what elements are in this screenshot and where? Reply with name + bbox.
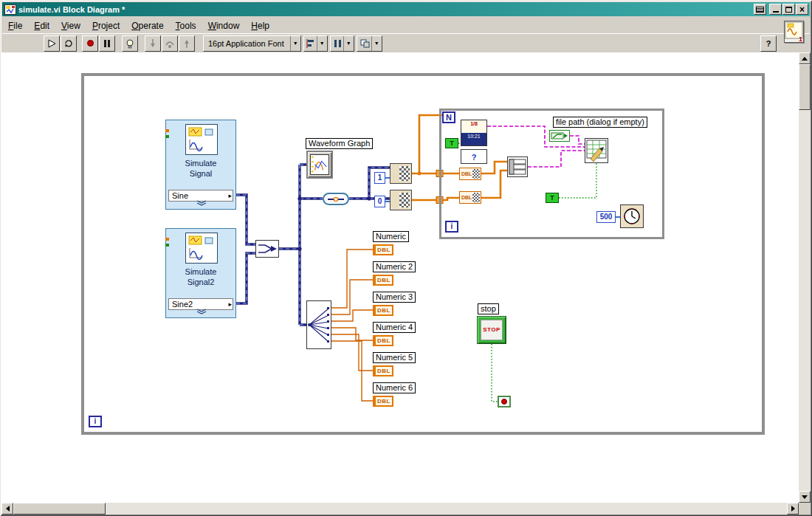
pause-icon <box>104 40 110 47</box>
font-selector[interactable]: 16pt Application Font ▼ <box>203 35 301 52</box>
time-text: 10:21 <box>461 133 486 145</box>
boolean-true-constant-2[interactable]: T <box>546 193 559 203</box>
convert-from-dynamic-node-2[interactable]: DBL <box>459 191 481 204</box>
chevron-down-icon[interactable]: ▼ <box>343 36 354 51</box>
menu-operate[interactable]: Operate <box>125 19 169 32</box>
while-loop-iteration-terminal[interactable]: i <box>89 416 102 427</box>
wait-ms-constant[interactable]: 500 <box>596 211 616 223</box>
numeric-terminal[interactable]: DBL <box>373 335 393 346</box>
merge-signals-icon <box>256 241 278 257</box>
step-out-button[interactable] <box>179 35 195 52</box>
numeric-terminal[interactable]: DBL <box>373 275 393 286</box>
numeric-terminal[interactable]: DBL <box>373 365 393 376</box>
numeric-label[interactable]: Numeric 4 <box>373 322 416 333</box>
arrow-right-icon <box>791 506 795 512</box>
close-button[interactable]: × <box>796 4 808 15</box>
horizontal-scrollbar[interactable] <box>1 503 799 515</box>
numeric-constant-1[interactable]: 1 <box>374 172 385 184</box>
menu-project[interactable]: Project <box>86 19 125 32</box>
scroll-down-button[interactable] <box>799 491 811 503</box>
numeric-label[interactable]: Numeric <box>373 231 409 242</box>
waveform-graph-terminal[interactable] <box>306 151 333 179</box>
extract-signal-node-1[interactable] <box>390 163 412 184</box>
minimize-button[interactable] <box>769 4 782 15</box>
abort-button[interactable] <box>82 35 98 52</box>
menu-edit[interactable]: Edit <box>28 19 55 32</box>
distribute-objects-dropdown[interactable]: ▼ <box>330 35 354 52</box>
numeric-label[interactable]: Numeric 2 <box>373 261 416 272</box>
align-objects-icon <box>306 38 317 49</box>
maximize-button[interactable] <box>782 4 795 15</box>
loop-condition-terminal[interactable] <box>498 396 511 407</box>
menu-tools[interactable]: Tools <box>170 19 202 32</box>
expand-chevron-icon[interactable] <box>196 304 207 317</box>
chevron-down-icon[interactable]: ▼ <box>371 36 382 51</box>
vertical-scroll-thumb[interactable] <box>799 64 811 110</box>
menu-file[interactable]: File <box>2 19 28 32</box>
file-path-constant[interactable] <box>549 130 570 142</box>
simulate-signal-2-node[interactable]: Simulate Signal2 Sine2 ▸ <box>165 228 236 318</box>
input-stub-icon <box>165 244 169 247</box>
path-icon <box>550 131 569 141</box>
boolean-true-constant-1[interactable]: T <box>445 138 458 148</box>
scroll-right-button[interactable] <box>787 503 799 515</box>
scroll-left-button[interactable] <box>1 503 13 515</box>
convert-dynamic-data-node[interactable] <box>323 193 349 205</box>
run-continuous-icon <box>63 38 74 49</box>
help-button[interactable]: ? <box>760 35 777 52</box>
app-icon[interactable] <box>4 4 16 15</box>
highlight-execution-button[interactable] <box>122 35 138 52</box>
pause-button[interactable] <box>99 35 115 52</box>
split-signals-node[interactable] <box>306 300 331 349</box>
print-window-button[interactable] <box>754 4 766 15</box>
for-loop-count-terminal[interactable]: N <box>442 111 455 123</box>
reorder-dropdown[interactable]: ▼ <box>357 35 382 52</box>
wait-until-next-ms-node[interactable] <box>620 204 644 228</box>
merge-signals-node[interactable] <box>255 240 279 258</box>
stop-button-terminal[interactable]: STOP <box>477 316 506 344</box>
numeric-terminal[interactable]: DBL <box>373 244 393 255</box>
menu-view[interactable]: View <box>55 19 86 32</box>
file-dialog-node[interactable]: ? <box>461 149 487 164</box>
question-mark-icon: ? <box>472 153 477 162</box>
numeric-label[interactable]: Numeric 3 <box>373 292 416 303</box>
vertical-scrollbar[interactable] <box>799 52 811 503</box>
graph-icon <box>310 154 329 175</box>
chevron-down-icon[interactable]: ▼ <box>290 36 300 51</box>
convert-from-dynamic-node-1[interactable]: DBL <box>459 168 481 180</box>
stop-button-face: STOP <box>481 320 503 340</box>
datetime-node[interactable]: 1/8 10:21 <box>461 120 487 146</box>
diagram-canvas[interactable]: i Simulate Signal Sine ▸ <box>1 52 799 503</box>
align-objects-dropdown[interactable]: ▼ <box>303 35 328 52</box>
signal-grid-icon <box>399 166 410 181</box>
build-array-node[interactable] <box>507 156 528 177</box>
menu-window[interactable]: Window <box>202 19 246 32</box>
output-arrow-icon: ▸ <box>228 191 232 200</box>
express-vi-title: Simulate Signal <box>173 158 228 179</box>
scroll-up-button[interactable] <box>799 52 811 64</box>
dbl-text: DBL <box>461 171 472 176</box>
numeric-terminal[interactable]: DBL <box>373 305 393 316</box>
numeric-label[interactable]: Numeric 5 <box>373 352 416 363</box>
run-button[interactable] <box>44 35 60 52</box>
titlebar[interactable]: simulate.vi Block Diagram * × <box>2 2 810 16</box>
menu-help[interactable]: Help <box>245 19 275 32</box>
horizontal-scroll-thumb[interactable] <box>13 503 106 515</box>
step-into-button[interactable] <box>145 35 161 52</box>
vi-run-state-icon[interactable]: 1 <box>784 21 804 43</box>
numeric-label[interactable]: Numeric 6 <box>373 382 416 393</box>
date-text: 1/8 <box>461 120 486 133</box>
simulate-signal-1-node[interactable]: Simulate Signal Sine ▸ <box>165 120 236 210</box>
chevron-down-icon[interactable]: ▼ <box>317 36 327 51</box>
stop-label[interactable]: stop <box>478 303 499 314</box>
numeric-constant-0[interactable]: 0 <box>374 196 385 207</box>
numeric-terminal[interactable]: DBL <box>373 396 393 407</box>
file-path-label[interactable]: file path (dialog if empty) <box>553 117 647 128</box>
expand-chevron-icon[interactable] <box>196 196 207 209</box>
waveform-graph-label[interactable]: Waveform Graph <box>306 138 373 149</box>
write-measurement-file-node[interactable] <box>585 138 608 163</box>
extract-signal-node-2[interactable] <box>390 190 412 210</box>
step-over-button[interactable] <box>162 35 178 52</box>
run-continuously-button[interactable] <box>61 35 77 52</box>
for-loop-iteration-terminal[interactable]: i <box>445 221 458 233</box>
